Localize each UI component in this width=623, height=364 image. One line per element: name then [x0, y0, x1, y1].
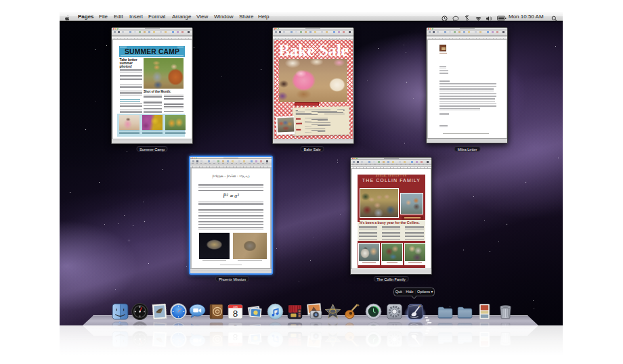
svg-text:8: 8 [233, 309, 238, 319]
